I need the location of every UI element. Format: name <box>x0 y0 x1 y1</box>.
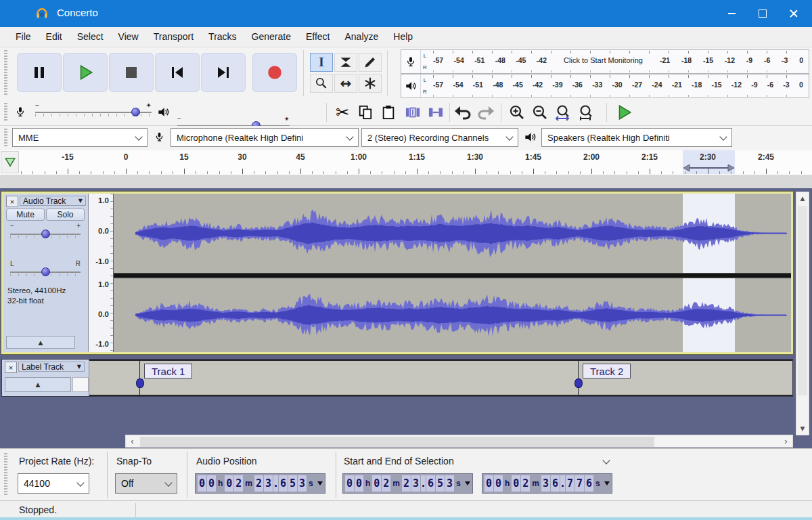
audio-position-field[interactable]: 00h02m23.653s <box>195 473 325 494</box>
recording-device-dropdown[interactable]: Microphone (Realtek High Defini <box>171 128 359 147</box>
menu-item-analyze[interactable]: Analyze <box>338 27 386 47</box>
zoom-out-button[interactable] <box>529 102 551 123</box>
waveform-channel-left[interactable] <box>114 194 791 273</box>
play-at-speed-button[interactable] <box>613 102 635 123</box>
time-digit[interactable]: 3 <box>445 475 454 492</box>
redo-button[interactable] <box>475 102 497 123</box>
time-digit[interactable]: 5 <box>288 475 297 492</box>
toolbar-grip[interactable] <box>4 103 7 122</box>
draw-tool-button[interactable] <box>359 53 382 72</box>
time-digit[interactable]: 6 <box>585 475 593 492</box>
paste-button[interactable] <box>378 102 399 123</box>
menu-item-effect[interactable]: Effect <box>298 27 338 47</box>
time-digit[interactable]: 0 <box>372 475 381 492</box>
menu-item-help[interactable]: Help <box>386 27 420 47</box>
time-digit[interactable]: 0 <box>484 475 493 492</box>
label-area[interactable]: Track 1Track 2 <box>89 360 792 396</box>
snap-to-dropdown[interactable]: Off <box>115 473 177 494</box>
selection-end-field[interactable]: 00h02m36.776s <box>482 473 612 494</box>
time-digit[interactable]: 6 <box>551 475 560 492</box>
time-digit[interactable]: 2 <box>234 475 243 492</box>
scroll-right-icon[interactable]: › <box>780 435 792 447</box>
menu-item-generate[interactable]: Generate <box>244 27 298 47</box>
slider-thumb[interactable] <box>41 267 50 276</box>
skip-to-start-button[interactable] <box>155 53 200 92</box>
vertical-ruler[interactable]: 1.0 0.0 -1.0 1.0 0.0 -1.0 <box>89 194 114 352</box>
time-digit[interactable]: 0 <box>198 475 206 492</box>
track-title-dropdown[interactable]: Label Track ▼ <box>18 362 85 372</box>
project-rate-dropdown[interactable]: 44100 <box>18 473 89 494</box>
time-digit[interactable]: 2 <box>521 475 530 492</box>
play-button[interactable] <box>63 53 108 92</box>
scrollbar-thumb[interactable] <box>140 437 654 447</box>
label-handle-icon[interactable] <box>574 378 583 388</box>
time-digit[interactable]: 2 <box>402 475 411 492</box>
label-stem[interactable] <box>578 361 579 395</box>
menu-item-select[interactable]: Select <box>70 27 111 47</box>
close-button[interactable] <box>778 0 809 27</box>
toolbar-grip[interactable] <box>4 50 7 96</box>
playback-meter[interactable]: LR -57-54-51-48-45-42-39-36-33-30-27-24-… <box>401 74 809 98</box>
time-digit[interactable]: 3 <box>298 475 307 492</box>
time-digit[interactable]: 7 <box>566 475 574 492</box>
minimize-button[interactable] <box>716 0 747 27</box>
skip-to-end-button[interactable] <box>201 53 246 92</box>
solo-button[interactable]: Solo <box>46 209 85 221</box>
silence-audio-button[interactable] <box>425 102 447 123</box>
time-digit[interactable]: 3 <box>541 475 550 492</box>
pause-button[interactable] <box>17 53 62 92</box>
toolbar-grip[interactable] <box>4 453 7 496</box>
fit-selection-button[interactable] <box>552 102 574 123</box>
title-bar[interactable]: Concerto <box>0 0 812 27</box>
selection-mode-dropdown[interactable]: Start and End of Selection <box>344 453 609 469</box>
spin-arrow-icon[interactable] <box>604 481 610 485</box>
menu-item-file[interactable]: File <box>8 27 39 47</box>
audio-host-dropdown[interactable]: MME <box>12 128 148 147</box>
menu-item-edit[interactable]: Edit <box>39 27 70 47</box>
track-close-button[interactable]: × <box>5 362 17 373</box>
undo-button[interactable] <box>452 102 474 123</box>
spin-arrow-icon[interactable] <box>317 481 323 485</box>
menu-item-tracks[interactable]: Tracks <box>201 27 244 47</box>
pan-slider[interactable]: L R <box>10 265 81 279</box>
playback-meter-scale[interactable]: -57-54-51-48-45-42-39-36-33-30-27-24-21-… <box>429 74 809 98</box>
stop-button[interactable] <box>109 53 154 92</box>
scroll-left-icon[interactable]: ‹ <box>126 435 139 447</box>
scrub-strip[interactable] <box>0 175 812 189</box>
spin-arrow-icon[interactable] <box>465 481 470 485</box>
time-digit[interactable]: 0 <box>207 475 216 492</box>
track-collapse-button[interactable]: ▲ <box>6 336 75 349</box>
fit-project-button[interactable] <box>575 102 597 123</box>
envelope-tool-button[interactable] <box>334 53 357 72</box>
time-digit[interactable]: 0 <box>494 475 503 492</box>
timeline-pin-button[interactable] <box>1 151 19 173</box>
multi-tool-button[interactable] <box>359 74 382 93</box>
time-digit[interactable]: . <box>560 475 565 492</box>
time-digit[interactable]: 5 <box>436 475 445 492</box>
toolbar-grip[interactable] <box>4 129 7 146</box>
slider-thumb[interactable] <box>131 108 140 116</box>
recording-volume-slider[interactable]: −✦ <box>35 106 152 119</box>
time-digit[interactable]: . <box>421 475 426 492</box>
track-close-button[interactable]: × <box>6 196 18 207</box>
recording-meter-scale[interactable]: -57-54-51-48-45-42 Click to Start Monito… <box>429 50 809 73</box>
label-stem[interactable] <box>139 361 140 395</box>
time-digit[interactable]: . <box>273 475 278 492</box>
time-digit[interactable]: 6 <box>426 475 435 492</box>
mute-button[interactable]: Mute <box>6 209 45 221</box>
time-digit[interactable]: 0 <box>225 475 233 492</box>
cut-button[interactable]: ✂ <box>332 102 353 123</box>
track-collapse-button[interactable]: ▲ <box>5 377 71 392</box>
time-digit[interactable]: 6 <box>279 475 288 492</box>
waveform-channel-right[interactable] <box>114 278 791 352</box>
scroll-up-icon[interactable]: ▲ <box>796 192 809 204</box>
time-digit[interactable]: 0 <box>355 475 363 492</box>
selection-tool-button[interactable]: I <box>310 53 333 72</box>
selection-start-field[interactable]: 00h02m23.653s <box>342 473 473 494</box>
audio-track[interactable]: × Audio Track ▼ Mute Solo − + L R <box>1 192 793 354</box>
record-button[interactable] <box>252 53 297 92</box>
playback-device-dropdown[interactable]: Speakers (Realtek High Definiti <box>541 128 732 147</box>
scroll-down-icon[interactable]: ▼ <box>796 422 809 435</box>
trim-audio-button[interactable] <box>402 102 424 123</box>
vertical-scrollbar[interactable]: ▲ ▼ <box>796 192 809 435</box>
